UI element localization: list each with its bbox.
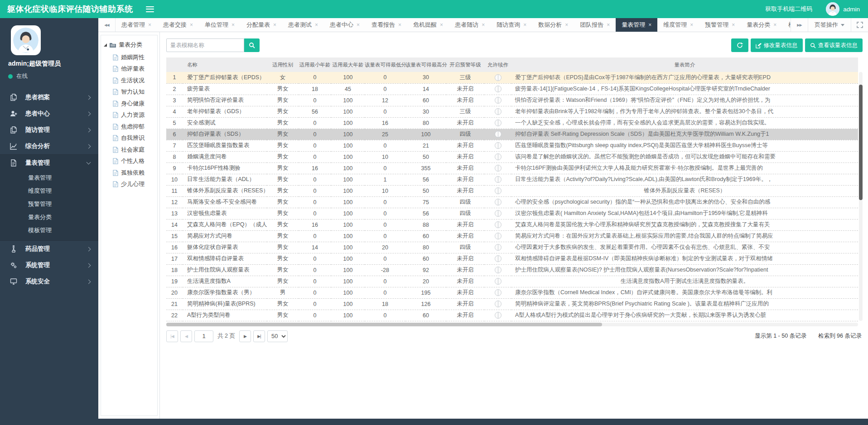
- page-size-select[interactable]: 50: [267, 330, 288, 342]
- tab-查看报告[interactable]: 查看报告×: [366, 18, 407, 32]
- tree-item-个性人格[interactable]: 个性人格: [104, 156, 155, 167]
- resume-toggle[interactable]: [495, 108, 502, 115]
- table-row[interactable]: 12 马斯洛安全感-不安全感问卷 男女 0 100 0 75 四级 心理的安全感…: [166, 196, 858, 208]
- table-row[interactable]: 17 双相情感障碍自评量表 男女 0 100 0 60 未开启 双相情感障碍自评…: [166, 253, 858, 264]
- edit-scale-button[interactable]: 修改量表信息: [751, 38, 803, 52]
- vertical-scrollbar-thumb[interactable]: [859, 85, 863, 200]
- tree-item-焦虑抑郁[interactable]: 焦虑抑郁: [104, 121, 155, 133]
- tab-患者管理[interactable]: 患者管理×: [116, 18, 157, 32]
- tree-item-他评量表[interactable]: 他评量表: [104, 63, 155, 75]
- first-page-button[interactable]: |◀: [166, 330, 178, 342]
- resume-toggle[interactable]: [495, 86, 502, 92]
- resume-toggle[interactable]: [495, 187, 502, 194]
- tree-item-智力认知[interactable]: 智力认知: [104, 86, 155, 98]
- tab-operations-dropdown[interactable]: 页签操作: [808, 18, 851, 32]
- search-input[interactable]: [166, 38, 244, 52]
- table-row[interactable]: 1 爱丁堡产后抑郁量表（EPDS） 女 0 100 0 30 三级 爱丁堡产后抑…: [166, 72, 858, 83]
- fullscreen-icon[interactable]: [851, 18, 868, 32]
- tree-item-自我辨识[interactable]: 自我辨识: [104, 133, 155, 144]
- resume-toggle[interactable]: [495, 244, 502, 251]
- sidebar-item-analysis[interactable]: 综合分析: [0, 138, 98, 154]
- tab-close-icon[interactable]: ×: [315, 22, 318, 28]
- prev-page-button[interactable]: ◀: [180, 330, 192, 342]
- sidebar-item-patient-center[interactable]: 患者中心: [0, 105, 98, 122]
- tab-close-icon[interactable]: ×: [190, 22, 193, 28]
- tree-item-生活状况[interactable]: 生活状况: [104, 75, 155, 86]
- resume-toggle[interactable]: [495, 165, 502, 172]
- tab-close-icon[interactable]: ×: [440, 22, 443, 28]
- resume-toggle[interactable]: [495, 267, 502, 273]
- tab-患者交接[interactable]: 患者交接×: [157, 18, 199, 32]
- tree-item-孤独依赖[interactable]: 孤独依赖: [104, 167, 155, 179]
- sidebar-subitem-预警管理[interactable]: 预警管理: [0, 197, 98, 210]
- tab-预警管理[interactable]: 预警管理×: [699, 18, 741, 32]
- tree-item-人力资源[interactable]: 人力资源: [104, 110, 155, 121]
- tab-患者测试[interactable]: 患者测试×: [282, 18, 324, 32]
- tree-item-婚姻两性[interactable]: 婚姻两性: [104, 52, 155, 63]
- table-row[interactable]: 6 抑郁自评量表（SDS） 男女 0 100 25 100 四级 抑郁自评量表 …: [166, 129, 858, 140]
- resume-toggle[interactable]: [495, 301, 502, 307]
- tab-患者中心[interactable]: 患者中心×: [324, 18, 366, 32]
- tab-维度管理[interactable]: 维度管理×: [657, 18, 699, 32]
- resume-toggle[interactable]: [495, 278, 502, 285]
- resume-toggle[interactable]: [495, 221, 502, 228]
- tree-root-scale-category[interactable]: 量表分类: [104, 41, 155, 49]
- table-row[interactable]: 8 婚姻满意度问卷 男女 0 100 10 50 未开启 该问卷是了解您的婚姻状…: [166, 151, 858, 162]
- table-row[interactable]: 15 简易应对方式问卷 男女 0 100 0 60 未开启 简易应对方式问卷：在…: [166, 230, 858, 242]
- resume-toggle[interactable]: [495, 131, 502, 138]
- table-row[interactable]: 5 安全感测试 男女 0 100 16 80 未开启 一个人缺乏安全感，心理成长…: [166, 117, 858, 129]
- resume-toggle[interactable]: [495, 74, 502, 81]
- table-row[interactable]: 14 艾森克人格问卷（EPQ）（成人） 男女 16 100 0 88 未开启 艾…: [166, 219, 858, 230]
- tab-模板管理[interactable]: 模板管理×: [782, 18, 791, 32]
- table-row[interactable]: 11 锥体外系副反应量表（RESES） 男女 0 100 10 50 未开启 锥…: [166, 185, 858, 196]
- tab-close-icon[interactable]: ×: [773, 22, 776, 28]
- tab-close-icon[interactable]: ×: [565, 22, 568, 28]
- tree-item-身心健康[interactable]: 身心健康: [104, 98, 155, 110]
- table-row[interactable]: 19 生活满意度指数A 男女 0 100 0 20 未开启 生活满意度指数A用于…: [166, 276, 858, 287]
- page-number-input[interactable]: [194, 330, 213, 342]
- header-avatar[interactable]: [826, 2, 839, 16]
- tree-item-社会家庭[interactable]: 社会家庭: [104, 144, 155, 156]
- sidebar-item-system-security[interactable]: 系统安全: [0, 273, 98, 290]
- qr-code-link[interactable]: 获取手机端二维码: [765, 5, 812, 13]
- table-row[interactable]: 3 简明惧怕否定评价量表 男女 0 100 12 60 未开启 惧怕否定评价量表…: [166, 95, 858, 106]
- table-row[interactable]: 22 A型行为类型问卷 男女 0 100 0 60 未开启 A型人格或A型行为模…: [166, 310, 858, 321]
- table-row[interactable]: 4 老年抑郁量表（GDS） 男女 56 100 0 30 三级 老年抑郁量表由B…: [166, 106, 858, 117]
- sidebar-subitem-模板管理[interactable]: 模板管理: [0, 224, 98, 237]
- tab-分配量表[interactable]: 分配量表×: [241, 18, 282, 32]
- sidebar-item-system-manage[interactable]: 系统管理: [0, 257, 98, 273]
- tab-close-icon[interactable]: ×: [148, 22, 151, 28]
- sidebar-item-scale-manage[interactable]: 量表管理: [0, 155, 98, 171]
- table-row[interactable]: 16 躯体化症状自评量表 男女 14 100 20 80 四级 心理因素对于大多…: [166, 242, 858, 253]
- resume-toggle[interactable]: [495, 289, 502, 296]
- vertical-scrollbar[interactable]: [859, 72, 863, 321]
- table-row[interactable]: 18 护士用住院病人观察量表 男女 0 100 -28 92 未开启 护士用住院…: [166, 264, 858, 276]
- tab-close-icon[interactable]: ×: [648, 22, 651, 28]
- tab-量表分类[interactable]: 量表分类×: [741, 18, 782, 32]
- resume-toggle[interactable]: [495, 176, 502, 183]
- tabs-scroll-right-button[interactable]: ▶▶: [791, 18, 808, 32]
- tab-随访查询[interactable]: 随访查询×: [491, 18, 532, 32]
- next-page-button[interactable]: ▶: [239, 330, 251, 342]
- sidebar-item-patient-archive[interactable]: 患者档案: [0, 89, 98, 105]
- tab-close-icon[interactable]: ×: [231, 22, 235, 28]
- resume-toggle[interactable]: [495, 97, 502, 104]
- refresh-button[interactable]: [731, 38, 748, 52]
- tab-单位管理[interactable]: 单位管理×: [199, 18, 241, 32]
- resume-toggle[interactable]: [495, 142, 502, 149]
- hamburger-menu-icon[interactable]: [146, 6, 154, 12]
- table-row[interactable]: 2 疲劳量表 男女 18 45 0 14 未开启 疲劳量表-14[1](Fati…: [166, 83, 858, 95]
- last-page-button[interactable]: ▶|: [253, 330, 265, 342]
- tab-患者随访[interactable]: 患者随访×: [449, 18, 491, 32]
- tab-危机提醒[interactable]: 危机提醒×: [407, 18, 449, 32]
- horizontal-scrollbar[interactable]: [166, 323, 858, 326]
- table-row[interactable]: 21 简明精神病(科)量表(BPRS) 男女 0 100 18 126 未开启 …: [166, 298, 858, 310]
- search-button[interactable]: [244, 38, 260, 52]
- table-row[interactable]: 20 康奈尔医学指数量表（男） 男 0 100 0 195 未开启 康奈尔医学指…: [166, 287, 858, 298]
- tab-close-icon[interactable]: ×: [523, 22, 526, 28]
- tab-close-icon[interactable]: ×: [607, 22, 610, 28]
- tab-数据分析[interactable]: 数据分析×: [532, 18, 574, 32]
- tree-item-少儿心理[interactable]: 少儿心理: [104, 179, 155, 191]
- resume-toggle[interactable]: [495, 255, 502, 262]
- table-row[interactable]: 7 匹茨堡睡眠质量指数量表 男女 0 100 0 21 未开启 匹兹堡睡眠质量指…: [166, 140, 858, 151]
